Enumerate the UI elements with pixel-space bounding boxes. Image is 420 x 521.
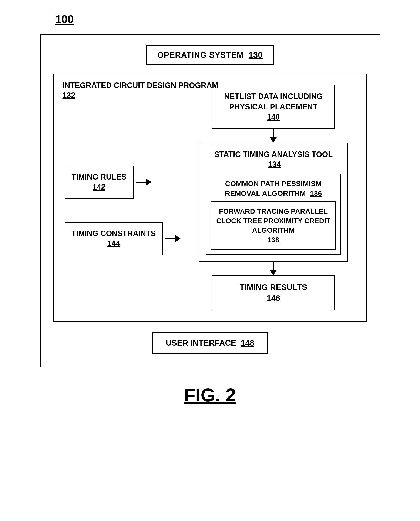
forward-tracing-box: FORWARD TRACING PARALLEL CLOCK TREE PROX…: [211, 201, 336, 250]
timing-constraints-number: 144: [107, 239, 120, 248]
netlist-number: 140: [267, 113, 280, 121]
ft-label: FORWARD TRACING PARALLEL CLOCK TREE PROX…: [216, 207, 330, 234]
outer-container: OPERATING SYSTEM 130 INTEGRATED CIRCUIT …: [40, 34, 380, 367]
cppr-box: COMMON PATH PESSIMISM REMOVAL ALGORITHM …: [206, 174, 341, 255]
ui-number: 148: [241, 338, 254, 347]
left-column: TIMING RULES 142 TIMING CONSTRAINTS 144: [65, 110, 183, 310]
sta-box: STATIC TIMING ANALYSIS TOOL 134 COMMON P…: [199, 143, 348, 262]
diagram-number: 100: [55, 13, 74, 25]
os-label: OPERATING SYSTEM: [157, 51, 244, 59]
operating-system-box: OPERATING SYSTEM 130: [146, 45, 274, 65]
user-interface-box: USER INTERFACE 148: [152, 332, 268, 354]
os-number: 130: [249, 51, 263, 59]
sta-to-results-arrow: [270, 262, 277, 275]
right-column: NETLIST DATA INCLUDING PHYSICAL PLACEMEN…: [191, 85, 355, 310]
timing-rules-box: TIMING RULES 142: [65, 166, 134, 199]
ui-label: USER INTERFACE: [166, 338, 236, 347]
timing-constraints-box: TIMING CONSTRAINTS 144: [65, 222, 163, 255]
timing-constraints-label: TIMING CONSTRAINTS: [72, 229, 156, 238]
tr-label: TIMING RESULTS: [240, 283, 307, 292]
timing-results-box: TIMING RESULTS 146: [212, 275, 335, 310]
timing-rules-number: 142: [92, 183, 105, 191]
netlist-label: NETLIST DATA INCLUDING PHYSICAL PLACEMEN…: [224, 92, 322, 111]
ic-design-container: INTEGRATED CIRCUIT DESIGN PROGRAM 132 TI…: [53, 73, 367, 322]
timing-constraints-arrow: [165, 235, 180, 242]
cppr-title: COMMON PATH PESSIMISM REMOVAL ALGORITHM …: [211, 179, 336, 198]
timing-rules-label: TIMING RULES: [72, 173, 127, 181]
figure-label: FIG. 2: [184, 384, 236, 406]
tr-number: 146: [267, 294, 280, 303]
netlist-to-sta-arrow: [270, 129, 277, 143]
timing-rules-arrow: [136, 179, 151, 185]
ic-design-label: INTEGRATED CIRCUIT DESIGN PROGRAM 132: [62, 81, 218, 101]
ft-number: 138: [268, 236, 279, 244]
netlist-data-box: NETLIST DATA INCLUDING PHYSICAL PLACEMEN…: [212, 85, 335, 129]
sta-title: STATIC TIMING ANALYSIS TOOL 134: [206, 150, 341, 169]
